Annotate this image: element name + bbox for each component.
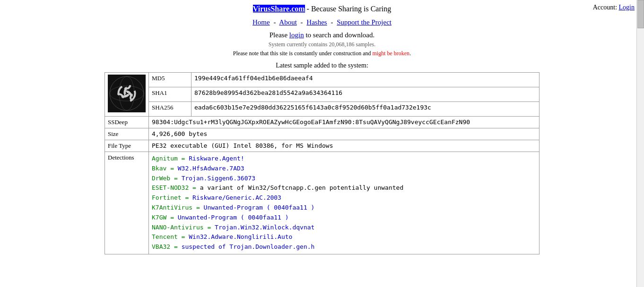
detection-engine: VBA32 = bbox=[152, 243, 182, 250]
sha1-value: 87628b9e89954d362bea281d5542a9a634364116 bbox=[191, 87, 540, 102]
warning-highlight: might be broken bbox=[372, 50, 409, 57]
detection-result: Unwanted-Program ( 0040faa11 ) bbox=[204, 204, 315, 211]
sample-table-wrapper: MD5 199e449c4fa61ff04ed1b6e86daeeaf4 SHA… bbox=[0, 72, 644, 254]
detection-line: DrWeb = Trojan.Siggen6.36073 bbox=[152, 174, 536, 184]
ssdeep-label: SSDeep bbox=[105, 117, 149, 128]
filetype-label: File Type bbox=[105, 140, 149, 152]
nav-home[interactable]: Home bbox=[252, 18, 270, 26]
detection-engine: Agnitum = bbox=[152, 155, 189, 162]
login-message: Please login to search and download. bbox=[0, 31, 644, 39]
site-name[interactable]: VirusShare.com bbox=[253, 5, 305, 13]
detection-engine: Bkav = bbox=[152, 165, 178, 172]
sample-table: MD5 199e449c4fa61ff04ed1b6e86daeeaf4 SHA… bbox=[104, 72, 540, 254]
login-pre: Please bbox=[270, 31, 289, 39]
site-tagline: - Because Sharing is Caring bbox=[305, 5, 392, 13]
detection-line: K7AntiVirus = Unwanted-Program ( 0040faa… bbox=[152, 203, 536, 213]
detection-result: Riskware/Generic.AC.2003 bbox=[192, 194, 281, 201]
detection-line: VBA32 = suspected of Trojan.Downloader.g… bbox=[152, 242, 536, 252]
table-row-image-hashes: MD5 199e449c4fa61ff04ed1b6e86daeeaf4 bbox=[105, 73, 540, 87]
nav-hashes[interactable]: Hashes bbox=[306, 18, 327, 26]
login-link-main[interactable]: login bbox=[289, 31, 304, 39]
size-value: 4,926,600 bytes bbox=[149, 128, 540, 140]
account-label: Account: bbox=[593, 4, 617, 11]
detection-engine: DrWeb = bbox=[152, 175, 182, 182]
detection-result: Trojan.Siggen6.36073 bbox=[182, 175, 256, 182]
detection-engine: Fortinet = bbox=[152, 194, 192, 201]
sha256-label: SHA256 bbox=[149, 102, 191, 117]
warning-message: Please note that this site is constantly… bbox=[0, 50, 644, 57]
detection-line: K7GW = Unwanted-Program ( 0040faa11 ) bbox=[152, 213, 536, 223]
login-post: to search and download. bbox=[304, 31, 375, 39]
size-label: Size bbox=[105, 128, 149, 140]
detection-result: suspected of Trojan.Downloader.gen.h bbox=[182, 243, 315, 250]
detection-result: a variant of Win32/Softcnapp.C.gen poten… bbox=[200, 184, 403, 191]
system-info: System currently contains 20,068,186 sam… bbox=[0, 41, 644, 48]
detection-line: NANO-Antivirus = Trojan.Win32.Winlock.dq… bbox=[152, 223, 536, 233]
table-row-size: Size 4,926,600 bytes bbox=[105, 128, 540, 140]
ssdeep-value: 98304:UdgcTsu1+rM3lyQGNgJGXpxROEAZywHcGE… bbox=[149, 117, 540, 128]
svg-rect-0 bbox=[108, 75, 146, 112]
md5-label: MD5 bbox=[149, 73, 191, 87]
detection-result: Riskware.Agent! bbox=[189, 155, 244, 162]
nav-sep-1: - bbox=[273, 18, 276, 26]
detection-line: ESET-NOD32 = a variant of Win32/Softcnap… bbox=[152, 183, 536, 193]
latest-sample-label: Latest sample added to the system: bbox=[0, 62, 644, 69]
detection-engine: K7AntiVirus = bbox=[152, 204, 204, 211]
md5-value: 199e449c4fa61ff04ed1b6e86daeeaf4 bbox=[191, 73, 540, 87]
detection-result: W32.HfsAdware.7AD3 bbox=[178, 165, 244, 172]
site-header: VirusShare.com - Because Sharing is Cari… bbox=[0, 0, 644, 16]
table-row-sha1: SHA1 87628b9e89954d362bea281d5542a9a6343… bbox=[105, 87, 540, 102]
site-title-line: VirusShare.com - Because Sharing is Cari… bbox=[0, 5, 644, 13]
detection-engine: K7GW = bbox=[152, 214, 178, 221]
nav-sep-2: - bbox=[301, 18, 303, 26]
table-row-filetype: File Type PE32 executable (GUI) Intel 80… bbox=[105, 140, 540, 152]
scrollbar-thumb[interactable] bbox=[637, 0, 644, 28]
sha256-value: eada6c603b15e7e29d80dd36225165f6143a0c8f… bbox=[191, 102, 540, 117]
nav-about[interactable]: About bbox=[279, 18, 297, 26]
detection-line: Tencent = Win32.Adware.Nonglirili.Auto bbox=[152, 232, 536, 242]
detections-label: Detections bbox=[105, 152, 149, 254]
detection-engine: ESET-NOD32 = bbox=[152, 184, 200, 191]
table-row-sha256: SHA256 eada6c603b15e7e29d80dd36225165f61… bbox=[105, 102, 540, 117]
account-section: Account: Login bbox=[593, 4, 635, 11]
warning-post: . bbox=[409, 50, 411, 57]
detection-line: Bkav = W32.HfsAdware.7AD3 bbox=[152, 164, 536, 174]
detection-result: Win32.Adware.Nonglirili.Auto bbox=[189, 233, 292, 240]
warning-pre: Please note that this site is constantly… bbox=[233, 50, 373, 57]
detection-line: Agnitum = Riskware.Agent! bbox=[152, 154, 536, 164]
filetype-value: PE32 executable (GUI) Intel 80386, for M… bbox=[149, 140, 540, 152]
table-row-detections: Detections Agnitum = Riskware.Agent!Bkav… bbox=[105, 152, 540, 254]
detection-result: Unwanted-Program ( 0040faa11 ) bbox=[178, 214, 289, 221]
table-row-ssdeep: SSDeep 98304:UdgcTsu1+rM3lyQGNgJGXpxROEA… bbox=[105, 117, 540, 128]
detection-engine: Tencent = bbox=[152, 233, 189, 240]
nav-support[interactable]: Support the Project bbox=[337, 18, 392, 26]
sha1-label: SHA1 bbox=[149, 87, 191, 102]
main-nav: Home - About - Hashes - Support the Proj… bbox=[0, 18, 644, 26]
biohazard-image-cell bbox=[105, 73, 149, 117]
detection-result: Trojan.Win32.Winlock.dqvnat bbox=[215, 224, 314, 231]
login-link[interactable]: Login bbox=[619, 4, 635, 11]
scrollbar[interactable] bbox=[636, 0, 644, 254]
detection-line: Fortinet = Riskware/Generic.AC.2003 bbox=[152, 193, 536, 203]
nav-sep-3: - bbox=[331, 18, 333, 26]
detection-engine: NANO-Antivirus = bbox=[152, 224, 215, 231]
detections-value: Agnitum = Riskware.Agent!Bkav = W32.HfsA… bbox=[149, 152, 540, 254]
biohazard-icon bbox=[108, 75, 146, 112]
